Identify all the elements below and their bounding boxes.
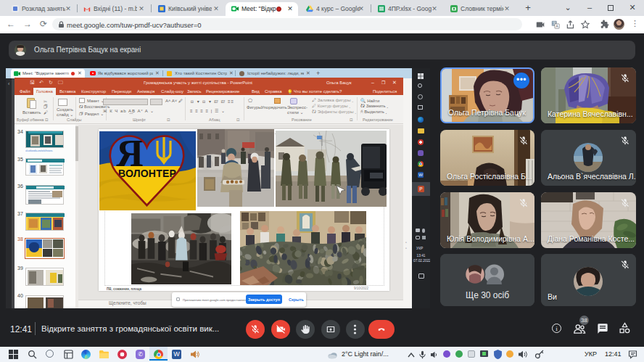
svg-text:ВОЛОНТЕР: ВОЛОНТЕР [118,168,176,179]
svg-text:A: A [556,24,558,28]
